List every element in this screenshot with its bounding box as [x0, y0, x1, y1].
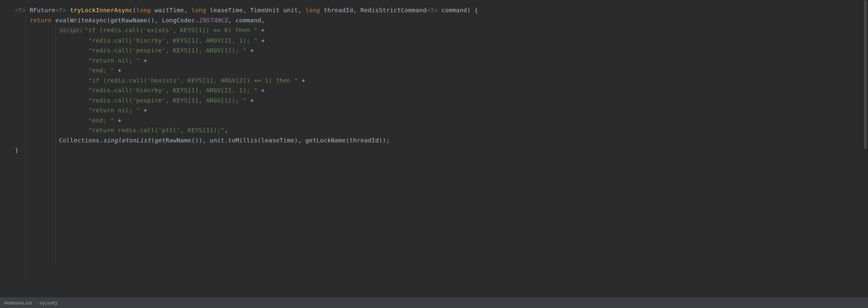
keyword-long: long [305, 6, 320, 14]
generic-type: T [19, 6, 22, 14]
parameter-hint: script: [59, 27, 84, 34]
paren: ( [132, 6, 136, 14]
param-type: TimeUnit [250, 6, 280, 14]
generic-type: T [59, 6, 63, 14]
code-line[interactable]: "return nil; " + [15, 56, 868, 66]
param: leaseTime, [206, 6, 250, 14]
generic-bracket: < [15, 6, 19, 14]
string-literal: "if (redis.call('exists', KEYS[1]) == 0)… [85, 27, 257, 34]
code-line[interactable]: <T> RFuture<T> tryLockInnerAsync(long wa… [15, 5, 868, 16]
code-line[interactable]: Collections.singletonList(getRawName()),… [15, 135, 868, 146]
operator-plus: + [114, 67, 122, 74]
operator-plus: + [114, 117, 122, 124]
class-ref: Collections. [59, 137, 103, 144]
operator-plus: + [257, 27, 265, 34]
method-call: evalWriteAsync(getRawName(), LongCodec. [52, 17, 199, 24]
operator-plus: + [247, 47, 254, 54]
string-literal: "redis.call('hincrby', KEYS[1], ARGV[2],… [89, 87, 258, 94]
code-line[interactable]: } [15, 145, 868, 155]
breadcrumb: RedissonLock › tryLock() [0, 297, 868, 308]
generic-type: T [430, 6, 434, 14]
operator-plus: + [298, 77, 305, 84]
code-line[interactable]: "redis.call('hincrby', KEYS[1], ARGV[2],… [15, 36, 868, 46]
method-name: tryLockInnerAsync [70, 6, 132, 14]
code-line[interactable]: "redis.call('pexpire', KEYS[1], ARGV[1])… [15, 45, 868, 56]
generic-bracket: < [427, 6, 430, 14]
code-line[interactable]: return evalWriteAsync(getRawName(), Long… [15, 16, 868, 26]
string-literal: "return redis.call('pttl', KEYS[1]);" [89, 127, 225, 134]
operator-plus: + [258, 37, 265, 44]
code-line[interactable]: "end; " + [15, 65, 868, 76]
generic-bracket: > [22, 6, 26, 14]
vertical-scrollbar[interactable] [864, 0, 867, 297]
operator-plus: + [140, 106, 148, 114]
keyword-long: long [191, 6, 206, 14]
string-literal: "if (redis.call('hexists', KEYS[1], ARGV… [89, 77, 298, 84]
param: threadId, [320, 6, 361, 14]
keyword-return: return [30, 17, 52, 24]
code-line[interactable]: "return redis.call('pttl', KEYS[1]);", [15, 125, 868, 135]
string-literal: "return nil; " [89, 57, 140, 64]
code-line[interactable]: "if (redis.call('hexists', KEYS[1], ARGV… [15, 76, 868, 86]
code-line[interactable]: "end; " + [15, 116, 868, 126]
close-brace: } [15, 147, 19, 154]
string-literal: "redis.call('pexpire', KEYS[1], ARGV[1])… [89, 97, 247, 104]
code-line[interactable]: script:"if (redis.call('exists', KEYS[1]… [15, 25, 868, 36]
string-literal: "redis.call('pexpire', KEYS[1], ARGV[1])… [89, 47, 247, 54]
string-literal: "redis.call('hincrby', KEYS[1], ARGV[2],… [89, 37, 258, 44]
static-field: INSTANCE [199, 17, 228, 24]
scrollbar-thumb[interactable] [864, 0, 867, 149]
param: unit, [280, 6, 305, 14]
code-line[interactable]: "redis.call('hincrby', KEYS[1], ARGV[2],… [15, 86, 868, 96]
string-literal: "end; " [89, 117, 114, 124]
generic-bracket: < [55, 6, 59, 14]
comma: , [224, 127, 228, 134]
text: , command, [228, 17, 265, 24]
fold-guide-line [26, 15, 26, 279]
operator-plus: + [140, 57, 148, 64]
space [66, 6, 70, 14]
param: command) { [438, 6, 478, 14]
breadcrumb-method[interactable]: tryLock() [40, 300, 57, 305]
param-type: RedisStrictCommand [361, 6, 427, 14]
param: waitTime, [151, 6, 191, 14]
operator-plus: + [247, 97, 254, 104]
operator-plus: + [258, 87, 265, 94]
code-line[interactable]: "redis.call('pexpire', KEYS[1], ARGV[1])… [15, 96, 868, 106]
keyword-long: long [136, 6, 151, 14]
chevron-right-icon: › [35, 300, 37, 305]
space [26, 6, 30, 14]
return-type: RFuture [30, 6, 55, 14]
code-editor[interactable]: <T> RFuture<T> tryLockInnerAsync(long wa… [0, 0, 868, 297]
generic-bracket: > [434, 6, 438, 14]
string-literal: "return nil; " [89, 106, 140, 114]
fold-guide-line-inner [55, 24, 56, 268]
args: (getRawName()), unit.toMillis(leaseTime)… [151, 137, 390, 144]
static-method: singletonList [103, 137, 151, 144]
generic-bracket: > [63, 6, 66, 14]
code-line[interactable]: "return nil; " + [15, 105, 868, 116]
string-literal: "end; " [89, 67, 114, 74]
breadcrumb-class[interactable]: RedissonLock [4, 300, 32, 305]
